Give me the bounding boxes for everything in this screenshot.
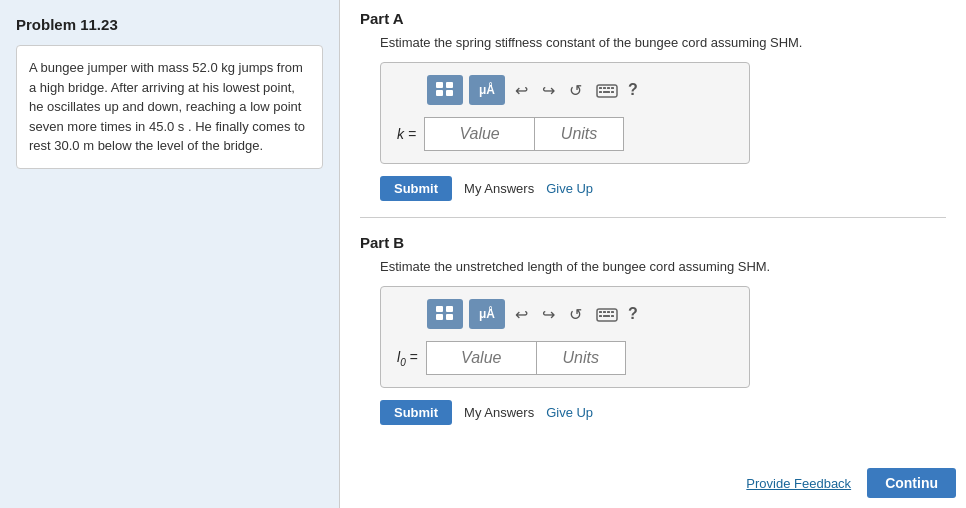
problem-description: A bungee jumper with mass 52.0 kg jumps … (16, 45, 323, 169)
svg-rect-18 (603, 311, 606, 313)
redo-icon-a: ↪ (542, 82, 555, 99)
keyboard-button-b[interactable] (592, 303, 622, 325)
part-b-value-input[interactable] (426, 341, 536, 375)
svg-rect-14 (436, 314, 443, 320)
part-a-my-answers-link[interactable]: My Answers (464, 181, 534, 196)
redo-button-b[interactable]: ↪ (538, 303, 559, 326)
part-a-actions: Submit My Answers Give Up (380, 176, 946, 201)
part-a-value-input[interactable] (424, 117, 534, 151)
part-b-give-up-link[interactable]: Give Up (546, 405, 593, 420)
help-icon-a: ? (628, 81, 638, 99)
mu-button-a[interactable]: μÅ (469, 75, 505, 105)
matrix-button-a[interactable] (427, 75, 463, 105)
svg-rect-2 (436, 90, 443, 96)
help-icon-b: ? (628, 305, 638, 323)
svg-rect-5 (599, 87, 602, 89)
svg-rect-10 (603, 91, 610, 93)
mu-icon-b: μÅ (479, 307, 495, 321)
svg-rect-1 (446, 82, 453, 88)
part-a-input-row: k = (397, 117, 733, 151)
mu-icon-a: μÅ (479, 83, 495, 97)
svg-rect-20 (611, 311, 614, 313)
matrix-button-b[interactable] (427, 299, 463, 329)
svg-rect-17 (599, 311, 602, 313)
keyboard-button-a[interactable] (592, 79, 622, 101)
part-a-description: Estimate the spring stiffness constant o… (380, 35, 946, 50)
part-b-section: Part B Estimate the unstretched length o… (360, 234, 946, 425)
part-a-section: Part A Estimate the spring stiffness con… (360, 10, 946, 201)
part-b-input-label: l0 = (397, 349, 418, 368)
part-b-my-answers-link[interactable]: My Answers (464, 405, 534, 420)
redo-button-a[interactable]: ↪ (538, 79, 559, 102)
undo-icon-b: ↩ (515, 306, 528, 323)
svg-rect-7 (607, 87, 610, 89)
part-b-submit-button[interactable]: Submit (380, 400, 452, 425)
part-a-input-label: k = (397, 126, 416, 142)
right-panel: Part A Estimate the spring stiffness con… (340, 0, 966, 508)
svg-rect-6 (603, 87, 606, 89)
part-a-toolbar: μÅ ↩ ↪ ↺ (427, 75, 733, 105)
matrix-icon-b (435, 305, 455, 324)
refresh-icon-a: ↺ (569, 82, 582, 99)
divider-ab (360, 217, 946, 218)
svg-rect-0 (436, 82, 443, 88)
svg-rect-22 (603, 315, 610, 317)
undo-button-b[interactable]: ↩ (511, 303, 532, 326)
refresh-button-b[interactable]: ↺ (565, 303, 586, 326)
mu-button-b[interactable]: μÅ (469, 299, 505, 329)
svg-rect-21 (599, 315, 602, 317)
part-b-actions: Submit My Answers Give Up (380, 400, 946, 425)
svg-rect-11 (611, 91, 614, 93)
part-b-input-row: l0 = (397, 341, 733, 375)
refresh-button-a[interactable]: ↺ (565, 79, 586, 102)
redo-icon-b: ↪ (542, 306, 555, 323)
svg-rect-3 (446, 90, 453, 96)
keyboard-icon-a (596, 81, 618, 98)
undo-button-a[interactable]: ↩ (511, 79, 532, 102)
part-b-toolbar: μÅ ↩ ↪ ↺ (427, 299, 733, 329)
refresh-icon-b: ↺ (569, 306, 582, 323)
part-a-label: Part A (360, 10, 946, 27)
part-a-give-up-link[interactable]: Give Up (546, 181, 593, 196)
svg-rect-8 (611, 87, 614, 89)
svg-rect-23 (611, 315, 614, 317)
part-b-label: Part B (360, 234, 946, 251)
undo-icon-a: ↩ (515, 82, 528, 99)
left-panel: Problem 11.23 A bungee jumper with mass … (0, 0, 340, 508)
part-b-units-input[interactable] (536, 341, 626, 375)
part-b-description: Estimate the unstretched length of the b… (380, 259, 946, 274)
keyboard-icon-b (596, 305, 618, 322)
svg-rect-19 (607, 311, 610, 313)
bottom-bar: Provide Feedback Continu (746, 468, 956, 498)
svg-rect-13 (446, 306, 453, 312)
part-a-units-input[interactable] (534, 117, 624, 151)
matrix-icon-a (435, 81, 455, 100)
svg-rect-9 (599, 91, 602, 93)
part-a-answer-box: μÅ ↩ ↪ ↺ (380, 62, 750, 164)
svg-rect-12 (436, 306, 443, 312)
part-a-submit-button[interactable]: Submit (380, 176, 452, 201)
problem-title: Problem 11.23 (16, 16, 323, 33)
part-b-answer-box: μÅ ↩ ↪ ↺ (380, 286, 750, 388)
continue-button[interactable]: Continu (867, 468, 956, 498)
provide-feedback-link[interactable]: Provide Feedback (746, 476, 851, 491)
svg-rect-15 (446, 314, 453, 320)
